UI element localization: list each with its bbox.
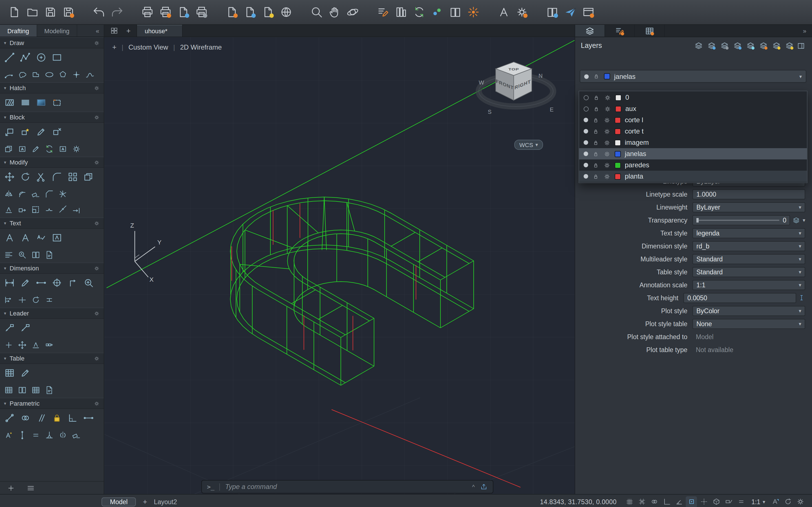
hatch-solid-icon[interactable] bbox=[18, 95, 33, 110]
layer-color-swatch[interactable] bbox=[615, 139, 621, 146]
geometric-constraint-icon[interactable] bbox=[2, 411, 17, 425]
model-tab[interactable]: Model bbox=[101, 497, 136, 506]
section-header-text[interactable]: ▾Text bbox=[0, 217, 104, 229]
ordinate-dimension-icon[interactable] bbox=[65, 276, 80, 290]
layout-windows-icon[interactable] bbox=[580, 4, 597, 20]
center-mark-icon[interactable] bbox=[50, 276, 64, 290]
reference-tab-icon[interactable] bbox=[635, 25, 665, 37]
freeze-sun-icon[interactable] bbox=[604, 94, 611, 101]
polygon-icon[interactable] bbox=[56, 68, 69, 80]
fix-constraint-icon[interactable] bbox=[43, 429, 55, 441]
point-icon[interactable] bbox=[70, 68, 82, 80]
annotation-autoscale-icon[interactable] bbox=[782, 496, 794, 507]
layer-on-icon[interactable] bbox=[583, 95, 589, 100]
disclosure-triangle-icon[interactable]: ▾ bbox=[4, 356, 6, 361]
disclosure-triangle-icon[interactable]: ▾ bbox=[4, 311, 6, 316]
transparency-layers-icon[interactable] bbox=[793, 216, 801, 224]
disclosure-triangle-icon[interactable]: ▾ bbox=[4, 40, 6, 45]
lock-icon[interactable] bbox=[592, 116, 599, 124]
export-table-icon[interactable] bbox=[43, 384, 55, 396]
multiline-text-icon[interactable] bbox=[2, 230, 17, 245]
viewcube[interactable]: W N S E TOP FRONT RIGHT bbox=[472, 57, 568, 142]
stretch-icon[interactable] bbox=[16, 203, 28, 216]
visual-style-control[interactable]: 2D Wireframe bbox=[180, 43, 222, 51]
chamfer-icon[interactable] bbox=[43, 187, 55, 200]
trim-icon[interactable] bbox=[34, 170, 49, 184]
layer-row-imagem[interactable]: imagem bbox=[579, 137, 807, 148]
automate-icon[interactable] bbox=[513, 4, 530, 20]
manage-attributes-icon[interactable] bbox=[70, 143, 82, 155]
create-block-icon[interactable] bbox=[18, 124, 33, 139]
disclosure-triangle-icon[interactable]: ▾ bbox=[4, 86, 6, 91]
layer-color-swatch[interactable] bbox=[604, 73, 610, 79]
join-icon[interactable] bbox=[56, 203, 69, 216]
annotation-visibility-icon[interactable] bbox=[770, 496, 781, 507]
single-line-text-icon[interactable] bbox=[18, 230, 33, 245]
array-icon[interactable] bbox=[65, 170, 80, 184]
freeze-sun-icon[interactable] bbox=[603, 150, 611, 158]
lineweight-field[interactable]: ByLayer▾ bbox=[693, 202, 805, 212]
polyline-icon[interactable] bbox=[18, 50, 33, 65]
drawing-canvas[interactable]: + | Custom View | 2D Wireframe W N S E T… bbox=[104, 37, 574, 494]
justify-text-icon[interactable] bbox=[2, 248, 15, 261]
freeze-sun-icon[interactable] bbox=[603, 161, 611, 169]
section-settings-icon[interactable] bbox=[94, 355, 100, 361]
region-icon[interactable] bbox=[29, 68, 42, 80]
insert-block-icon[interactable] bbox=[2, 124, 17, 139]
lock-icon[interactable] bbox=[593, 94, 600, 101]
layer-row-corte-t[interactable]: corte t bbox=[579, 126, 807, 137]
chevron-down-icon[interactable]: ▾ bbox=[803, 217, 805, 223]
share-icon[interactable] bbox=[480, 483, 488, 491]
slider-handle[interactable] bbox=[696, 218, 699, 222]
lock-icon[interactable] bbox=[592, 139, 599, 146]
arc-icon[interactable] bbox=[2, 68, 15, 80]
add-layout-button[interactable]: + bbox=[143, 497, 147, 506]
linear-dimension-icon[interactable] bbox=[2, 276, 17, 290]
layer-row-planta[interactable]: planta bbox=[579, 171, 807, 182]
disclosure-triangle-icon[interactable]: ▾ bbox=[4, 115, 6, 120]
section-settings-icon[interactable] bbox=[94, 114, 100, 120]
object-snap-icon[interactable] bbox=[686, 496, 697, 507]
freeze-sun-icon[interactable] bbox=[603, 128, 611, 135]
text-columns-icon[interactable] bbox=[29, 248, 42, 261]
revision-cloud-icon[interactable] bbox=[16, 68, 28, 80]
orbit-icon[interactable] bbox=[344, 4, 361, 20]
section-settings-icon[interactable] bbox=[94, 85, 100, 91]
command-bar[interactable]: >_ Type a command ^ bbox=[201, 480, 493, 494]
export-icon[interactable] bbox=[241, 4, 258, 20]
layer-color-swatch[interactable] bbox=[615, 151, 621, 157]
section-header-block[interactable]: ▾Block bbox=[0, 112, 104, 123]
viewcube-north[interactable]: N bbox=[539, 73, 543, 79]
layer-row-janelas[interactable]: janelas bbox=[579, 148, 807, 159]
section-header-leader[interactable]: ▾Leader bbox=[0, 307, 104, 319]
layer-previous-icon[interactable] bbox=[719, 40, 730, 51]
multileader-style-field[interactable]: Standard▾ bbox=[693, 254, 805, 264]
table-rows-icon[interactable] bbox=[2, 384, 15, 396]
save-as-icon[interactable] bbox=[60, 4, 77, 20]
view-name-control[interactable]: Custom View bbox=[128, 43, 168, 51]
section-settings-icon[interactable] bbox=[94, 310, 100, 316]
polar-tracking-icon[interactable] bbox=[673, 496, 685, 507]
disclosure-triangle-icon[interactable]: ▾ bbox=[4, 401, 6, 406]
baseline-dimension-icon[interactable] bbox=[2, 293, 15, 306]
circle-icon[interactable] bbox=[34, 50, 49, 65]
layer-on-icon[interactable] bbox=[583, 106, 589, 111]
write-block-icon[interactable] bbox=[50, 124, 64, 139]
text-style-field[interactable]: legenda▾ bbox=[693, 228, 805, 238]
content-icon[interactable] bbox=[447, 4, 463, 20]
lock-icon[interactable] bbox=[593, 73, 600, 80]
section-settings-icon[interactable] bbox=[94, 220, 100, 226]
palette-overflow-icon[interactable]: » bbox=[797, 25, 812, 37]
collect-leaders-icon[interactable] bbox=[43, 339, 55, 351]
layer-freeze-icon[interactable] bbox=[745, 40, 756, 51]
viewcube-west[interactable]: W bbox=[479, 79, 484, 86]
equal-constraint-icon[interactable] bbox=[29, 429, 42, 441]
tolerance-icon[interactable] bbox=[43, 293, 55, 306]
transparency-field[interactable]: 0 bbox=[693, 215, 790, 225]
freeze-sun-icon[interactable] bbox=[604, 105, 611, 112]
annotation-scale-control[interactable]: 1:1 ▾ bbox=[751, 498, 765, 505]
layer-color-swatch[interactable] bbox=[615, 173, 621, 179]
layer-on-icon[interactable] bbox=[583, 152, 588, 156]
attach-block-icon[interactable] bbox=[2, 143, 15, 155]
horizontal-dimension-icon[interactable] bbox=[34, 276, 49, 290]
